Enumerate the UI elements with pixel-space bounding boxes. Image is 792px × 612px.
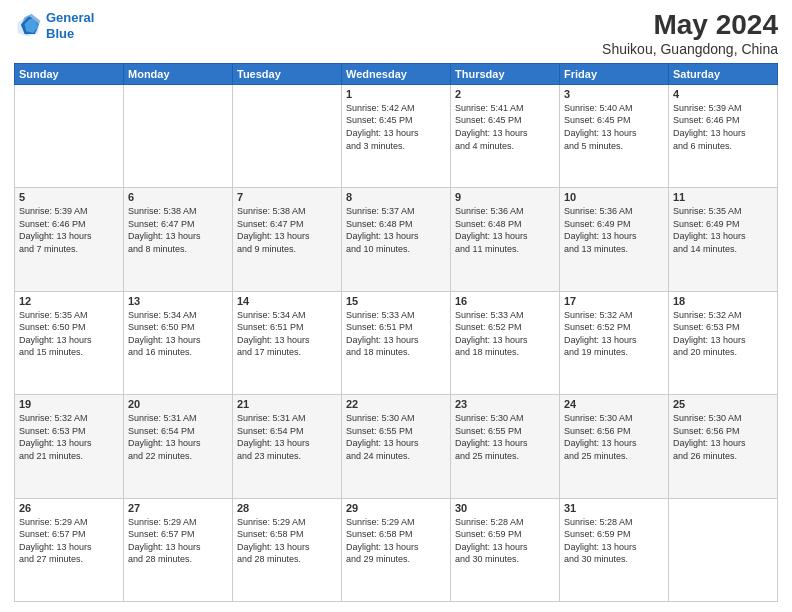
main-title: May 2024 — [602, 10, 778, 41]
day-info: Sunrise: 5:41 AMSunset: 6:45 PMDaylight:… — [455, 102, 555, 152]
day-number: 2 — [455, 88, 555, 100]
day-number: 1 — [346, 88, 446, 100]
day-number: 14 — [237, 295, 337, 307]
calendar-cell: 25Sunrise: 5:30 AMSunset: 6:56 PMDayligh… — [669, 395, 778, 498]
calendar-cell: 31Sunrise: 5:28 AMSunset: 6:59 PMDayligh… — [560, 498, 669, 601]
day-number: 18 — [673, 295, 773, 307]
calendar-cell: 28Sunrise: 5:29 AMSunset: 6:58 PMDayligh… — [233, 498, 342, 601]
day-info: Sunrise: 5:42 AMSunset: 6:45 PMDaylight:… — [346, 102, 446, 152]
calendar-cell: 23Sunrise: 5:30 AMSunset: 6:55 PMDayligh… — [451, 395, 560, 498]
day-info: Sunrise: 5:32 AMSunset: 6:53 PMDaylight:… — [673, 309, 773, 359]
day-info: Sunrise: 5:29 AMSunset: 6:57 PMDaylight:… — [19, 516, 119, 566]
day-info: Sunrise: 5:37 AMSunset: 6:48 PMDaylight:… — [346, 205, 446, 255]
header-friday: Friday — [560, 63, 669, 84]
day-number: 27 — [128, 502, 228, 514]
day-info: Sunrise: 5:29 AMSunset: 6:58 PMDaylight:… — [237, 516, 337, 566]
calendar-cell — [15, 84, 124, 187]
day-info: Sunrise: 5:32 AMSunset: 6:52 PMDaylight:… — [564, 309, 664, 359]
day-number: 16 — [455, 295, 555, 307]
day-info: Sunrise: 5:30 AMSunset: 6:56 PMDaylight:… — [673, 412, 773, 462]
day-number: 21 — [237, 398, 337, 410]
header-row: Sunday Monday Tuesday Wednesday Thursday… — [15, 63, 778, 84]
calendar-row-1: 5Sunrise: 5:39 AMSunset: 6:46 PMDaylight… — [15, 188, 778, 291]
calendar-cell: 7Sunrise: 5:38 AMSunset: 6:47 PMDaylight… — [233, 188, 342, 291]
day-info: Sunrise: 5:39 AMSunset: 6:46 PMDaylight:… — [19, 205, 119, 255]
calendar-row-3: 19Sunrise: 5:32 AMSunset: 6:53 PMDayligh… — [15, 395, 778, 498]
calendar-cell: 12Sunrise: 5:35 AMSunset: 6:50 PMDayligh… — [15, 291, 124, 394]
header-monday: Monday — [124, 63, 233, 84]
day-info: Sunrise: 5:33 AMSunset: 6:52 PMDaylight:… — [455, 309, 555, 359]
day-info: Sunrise: 5:30 AMSunset: 6:55 PMDaylight:… — [455, 412, 555, 462]
day-info: Sunrise: 5:36 AMSunset: 6:49 PMDaylight:… — [564, 205, 664, 255]
day-number: 26 — [19, 502, 119, 514]
calendar-cell: 26Sunrise: 5:29 AMSunset: 6:57 PMDayligh… — [15, 498, 124, 601]
day-info: Sunrise: 5:36 AMSunset: 6:48 PMDaylight:… — [455, 205, 555, 255]
day-number: 4 — [673, 88, 773, 100]
day-info: Sunrise: 5:28 AMSunset: 6:59 PMDaylight:… — [564, 516, 664, 566]
calendar-cell: 15Sunrise: 5:33 AMSunset: 6:51 PMDayligh… — [342, 291, 451, 394]
day-number: 30 — [455, 502, 555, 514]
calendar-table: Sunday Monday Tuesday Wednesday Thursday… — [14, 63, 778, 602]
day-number: 12 — [19, 295, 119, 307]
header-wednesday: Wednesday — [342, 63, 451, 84]
day-number: 28 — [237, 502, 337, 514]
calendar-cell: 14Sunrise: 5:34 AMSunset: 6:51 PMDayligh… — [233, 291, 342, 394]
calendar-cell: 5Sunrise: 5:39 AMSunset: 6:46 PMDaylight… — [15, 188, 124, 291]
logo-text: General Blue — [46, 10, 94, 41]
day-info: Sunrise: 5:40 AMSunset: 6:45 PMDaylight:… — [564, 102, 664, 152]
day-number: 19 — [19, 398, 119, 410]
calendar-row-2: 12Sunrise: 5:35 AMSunset: 6:50 PMDayligh… — [15, 291, 778, 394]
day-number: 24 — [564, 398, 664, 410]
calendar-cell — [233, 84, 342, 187]
day-info: Sunrise: 5:35 AMSunset: 6:49 PMDaylight:… — [673, 205, 773, 255]
day-number: 13 — [128, 295, 228, 307]
day-number: 23 — [455, 398, 555, 410]
calendar-cell: 30Sunrise: 5:28 AMSunset: 6:59 PMDayligh… — [451, 498, 560, 601]
logo-general: General — [46, 10, 94, 25]
calendar-cell: 9Sunrise: 5:36 AMSunset: 6:48 PMDaylight… — [451, 188, 560, 291]
calendar-cell: 18Sunrise: 5:32 AMSunset: 6:53 PMDayligh… — [669, 291, 778, 394]
calendar-cell: 2Sunrise: 5:41 AMSunset: 6:45 PMDaylight… — [451, 84, 560, 187]
day-number: 25 — [673, 398, 773, 410]
day-number: 8 — [346, 191, 446, 203]
calendar-cell: 10Sunrise: 5:36 AMSunset: 6:49 PMDayligh… — [560, 188, 669, 291]
header-thursday: Thursday — [451, 63, 560, 84]
header-sunday: Sunday — [15, 63, 124, 84]
day-info: Sunrise: 5:31 AMSunset: 6:54 PMDaylight:… — [237, 412, 337, 462]
day-number: 15 — [346, 295, 446, 307]
calendar-cell: 22Sunrise: 5:30 AMSunset: 6:55 PMDayligh… — [342, 395, 451, 498]
calendar-cell: 6Sunrise: 5:38 AMSunset: 6:47 PMDaylight… — [124, 188, 233, 291]
day-number: 31 — [564, 502, 664, 514]
calendar-cell: 4Sunrise: 5:39 AMSunset: 6:46 PMDaylight… — [669, 84, 778, 187]
day-info: Sunrise: 5:33 AMSunset: 6:51 PMDaylight:… — [346, 309, 446, 359]
calendar-cell: 1Sunrise: 5:42 AMSunset: 6:45 PMDaylight… — [342, 84, 451, 187]
day-info: Sunrise: 5:30 AMSunset: 6:56 PMDaylight:… — [564, 412, 664, 462]
calendar-cell: 21Sunrise: 5:31 AMSunset: 6:54 PMDayligh… — [233, 395, 342, 498]
header-tuesday: Tuesday — [233, 63, 342, 84]
calendar-row-4: 26Sunrise: 5:29 AMSunset: 6:57 PMDayligh… — [15, 498, 778, 601]
page: General Blue May 2024 Shuikou, Guangdong… — [0, 0, 792, 612]
calendar-row-0: 1Sunrise: 5:42 AMSunset: 6:45 PMDaylight… — [15, 84, 778, 187]
day-info: Sunrise: 5:32 AMSunset: 6:53 PMDaylight:… — [19, 412, 119, 462]
day-number: 9 — [455, 191, 555, 203]
day-info: Sunrise: 5:38 AMSunset: 6:47 PMDaylight:… — [128, 205, 228, 255]
day-info: Sunrise: 5:29 AMSunset: 6:57 PMDaylight:… — [128, 516, 228, 566]
header-saturday: Saturday — [669, 63, 778, 84]
logo-blue: Blue — [46, 26, 74, 41]
day-number: 3 — [564, 88, 664, 100]
calendar-cell: 8Sunrise: 5:37 AMSunset: 6:48 PMDaylight… — [342, 188, 451, 291]
calendar-cell: 13Sunrise: 5:34 AMSunset: 6:50 PMDayligh… — [124, 291, 233, 394]
day-number: 10 — [564, 191, 664, 203]
day-info: Sunrise: 5:29 AMSunset: 6:58 PMDaylight:… — [346, 516, 446, 566]
logo: General Blue — [14, 10, 94, 41]
day-number: 11 — [673, 191, 773, 203]
subtitle: Shuikou, Guangdong, China — [602, 41, 778, 57]
title-block: May 2024 Shuikou, Guangdong, China — [602, 10, 778, 57]
day-info: Sunrise: 5:30 AMSunset: 6:55 PMDaylight:… — [346, 412, 446, 462]
day-number: 20 — [128, 398, 228, 410]
calendar-cell: 16Sunrise: 5:33 AMSunset: 6:52 PMDayligh… — [451, 291, 560, 394]
calendar-cell: 17Sunrise: 5:32 AMSunset: 6:52 PMDayligh… — [560, 291, 669, 394]
day-number: 5 — [19, 191, 119, 203]
day-info: Sunrise: 5:31 AMSunset: 6:54 PMDaylight:… — [128, 412, 228, 462]
header: General Blue May 2024 Shuikou, Guangdong… — [14, 10, 778, 57]
